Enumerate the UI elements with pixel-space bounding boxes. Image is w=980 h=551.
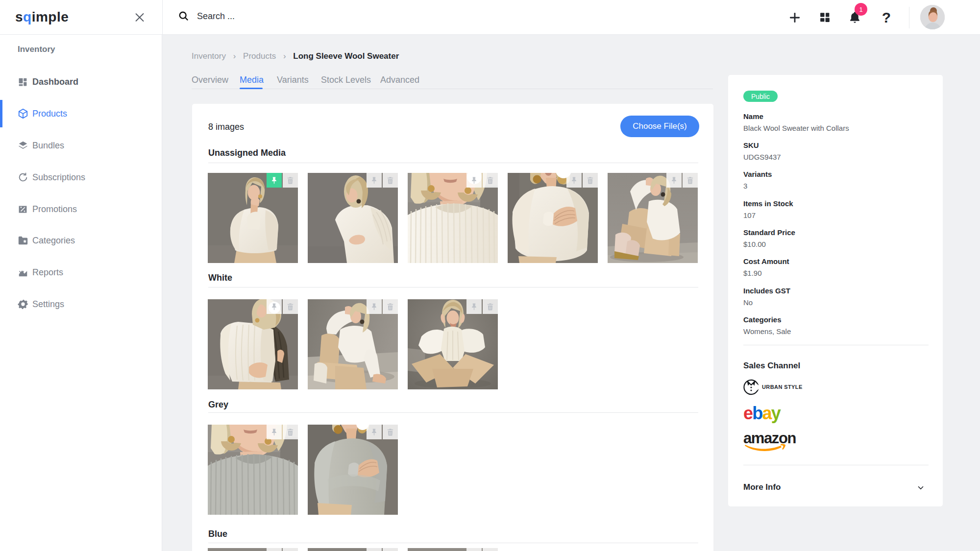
svg-text:amazon: amazon	[743, 431, 796, 447]
svg-text:ebay: ebay	[743, 403, 781, 423]
